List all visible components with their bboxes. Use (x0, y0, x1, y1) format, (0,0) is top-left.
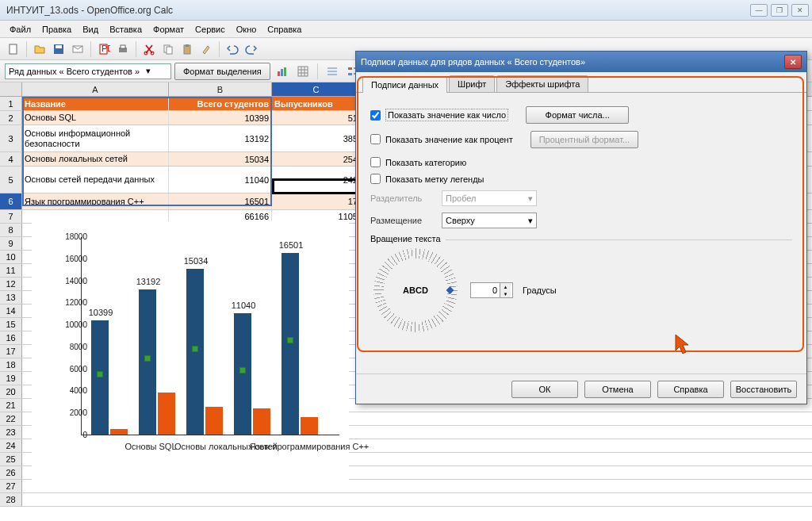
close-button[interactable]: ✕ (791, 4, 809, 17)
row-header[interactable]: 19 (0, 372, 22, 385)
row-header[interactable]: 28 (0, 493, 22, 506)
cell-name[interactable]: Основы сетей передачи данных (22, 167, 169, 193)
ok-button[interactable]: ОК (511, 381, 578, 398)
row-header[interactable]: 25 (0, 453, 22, 465)
degrees-input[interactable] (471, 285, 500, 295)
row-header[interactable]: 15 (0, 318, 22, 331)
cell-grad[interactable]: 242 (272, 167, 361, 193)
header-total[interactable]: Всего студентов (169, 97, 272, 110)
row-header[interactable]: 9 (0, 237, 22, 250)
row-header[interactable]: 26 (0, 466, 22, 479)
row-header[interactable]: 8 (0, 224, 22, 236)
row-header[interactable]: 20 (0, 385, 22, 398)
placement-select[interactable]: Сверху▾ (442, 213, 537, 228)
number-format-button[interactable]: Формат числа... (526, 106, 629, 124)
menu-file[interactable]: Файл (5, 23, 36, 36)
horiz-lines-icon[interactable] (324, 63, 341, 80)
redo-icon[interactable] (243, 40, 260, 58)
cell-total[interactable]: 10399 (169, 111, 272, 125)
col-header-b[interactable]: B (169, 82, 272, 96)
row-header[interactable]: 2 (0, 111, 22, 125)
row-header[interactable]: 21 (0, 399, 22, 412)
bar-total[interactable] (139, 289, 156, 435)
new-doc-icon[interactable] (5, 40, 22, 58)
chart-grid-icon[interactable] (294, 63, 312, 80)
open-icon[interactable] (31, 40, 48, 58)
cell-name[interactable]: Основы SQL (22, 111, 169, 125)
cell-total[interactable]: 16501 (169, 193, 272, 209)
email-icon[interactable] (69, 40, 86, 58)
restore-button[interactable]: Восстановить (730, 381, 797, 398)
row-header[interactable]: 5 (0, 167, 22, 193)
menu-help[interactable]: Справка (262, 23, 306, 36)
row-header[interactable]: 1 (0, 97, 22, 110)
row-header[interactable]: 27 (0, 480, 22, 492)
header-grad[interactable]: Выпускников (272, 97, 361, 110)
bar-grad[interactable] (158, 393, 175, 435)
cell-total[interactable]: 15034 (169, 152, 272, 166)
show-category-checkbox[interactable] (370, 157, 381, 167)
bar-grad[interactable] (205, 407, 223, 435)
row-header[interactable]: 7 (0, 210, 22, 223)
cancel-button[interactable]: Отмена (584, 381, 651, 398)
cell-total[interactable]: 11040 (169, 167, 272, 193)
menu-format[interactable]: Формат (148, 23, 189, 36)
series-selector[interactable]: Ряд данных « Всего студентов » ▾ (5, 63, 171, 79)
row-header[interactable]: 23 (0, 426, 22, 439)
row-header[interactable]: 6 (0, 193, 22, 209)
cell-name[interactable]: Язык программирования С++ (22, 193, 169, 209)
spin-down-icon[interactable]: ▼ (500, 290, 511, 297)
pdf-icon[interactable]: PDF (95, 40, 113, 58)
menu-insert[interactable]: Вставка (105, 23, 147, 36)
paste-icon[interactable] (178, 40, 196, 58)
tab-font-effects[interactable]: Эффекты шрифта (496, 75, 588, 92)
row-header[interactable]: 17 (0, 345, 22, 358)
cut-icon[interactable] (140, 40, 158, 58)
menu-view[interactable]: Вид (78, 23, 103, 36)
row-header[interactable]: 4 (0, 152, 22, 166)
menu-service[interactable]: Сервис (190, 23, 230, 36)
show-legend-checkbox[interactable] (370, 174, 381, 184)
row-header[interactable]: 16 (0, 331, 22, 344)
show-percent-checkbox[interactable] (370, 134, 381, 144)
dialog-close-button[interactable]: ✕ (784, 55, 802, 69)
print-icon[interactable] (114, 40, 132, 58)
cell-total[interactable]: 13192 (169, 125, 272, 151)
row-header[interactable]: 13 (0, 291, 22, 304)
cell-grad[interactable]: 385 (272, 125, 361, 151)
tab-labels[interactable]: Подписи данных (362, 76, 447, 93)
menu-edit[interactable]: Правка (37, 23, 76, 36)
row-header[interactable]: 12 (0, 278, 22, 290)
maximize-button[interactable]: ❐ (771, 4, 788, 17)
row-header[interactable]: 24 (0, 439, 22, 452)
save-icon[interactable] (50, 40, 67, 58)
header-name[interactable]: Название (22, 97, 169, 110)
cell-name[interactable]: Основы локальных сетей (22, 152, 169, 166)
row-header[interactable]: 14 (0, 305, 22, 317)
minimize-button[interactable]: — (750, 4, 768, 17)
row-header[interactable]: 3 (0, 125, 22, 151)
chart-type-icon[interactable] (274, 63, 291, 80)
cell-grad[interactable]: 17 (272, 193, 361, 209)
help-button[interactable]: Справка (657, 381, 724, 398)
dialog-titlebar[interactable]: Подписи данных для рядов данных « Всего … (356, 52, 806, 72)
bar-grad[interactable] (301, 417, 318, 435)
embedded-chart[interactable]: 1039913192150341104016501 02000400060008… (32, 221, 349, 483)
col-header-c[interactable]: C (272, 82, 361, 96)
format-selection-button[interactable]: Формат выделения (174, 63, 270, 80)
bar-grad[interactable] (253, 408, 270, 435)
undo-icon[interactable] (224, 40, 241, 58)
rotation-dial[interactable]: ABCD (380, 255, 451, 326)
col-header-a[interactable]: A (22, 82, 169, 96)
bar-grad[interactable] (110, 429, 128, 435)
degrees-spinner[interactable]: ▲▼ (470, 282, 513, 298)
spin-up-icon[interactable]: ▲ (500, 283, 511, 290)
cell-name[interactable]: Основы информационной безопасности (22, 125, 169, 151)
cell-grad[interactable]: 51 (272, 111, 361, 125)
row-header[interactable]: 10 (0, 251, 22, 263)
brush-icon[interactable] (197, 40, 215, 58)
row-header[interactable]: 18 (0, 358, 22, 371)
show-number-checkbox[interactable] (370, 110, 381, 121)
menu-window[interactable]: Окно (232, 23, 262, 36)
tab-font[interactable]: Шрифт (449, 75, 495, 92)
